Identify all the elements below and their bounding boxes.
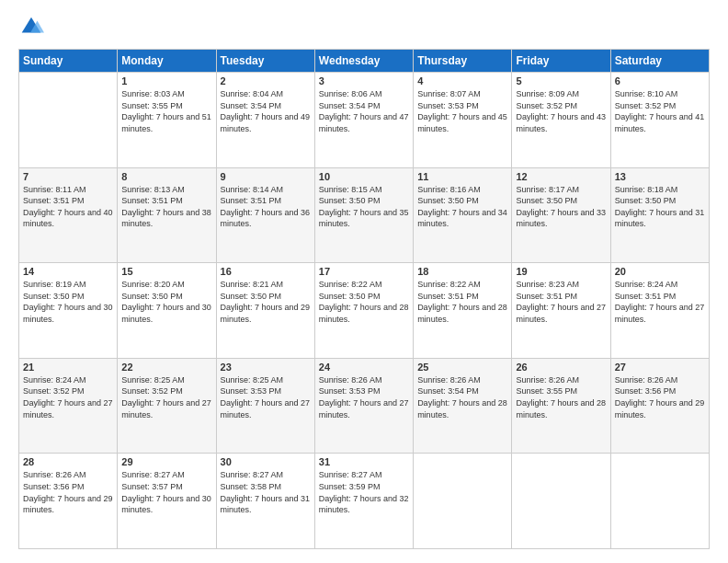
day-info: Sunrise: 8:04 AMSunset: 3:54 PMDaylight:… — [221, 88, 311, 134]
day-cell: 26Sunrise: 8:26 AMSunset: 3:55 PMDayligh… — [512, 358, 610, 454]
day-number: 20 — [615, 266, 705, 277]
day-cell: 2Sunrise: 8:04 AMSunset: 3:54 PMDaylight… — [216, 73, 314, 168]
day-number: 2 — [221, 75, 311, 86]
week-row-2: 14Sunrise: 8:19 AMSunset: 3:50 PMDayligh… — [19, 263, 710, 359]
day-info: Sunrise: 8:09 AMSunset: 3:52 PMDaylight:… — [516, 88, 606, 134]
day-cell: 11Sunrise: 8:16 AMSunset: 3:50 PMDayligh… — [414, 167, 512, 263]
day-info: Sunrise: 8:15 AMSunset: 3:50 PMDaylight:… — [319, 184, 409, 230]
day-info: Sunrise: 8:26 AMSunset: 3:55 PMDaylight:… — [516, 374, 606, 420]
day-number: 10 — [319, 171, 409, 182]
day-number: 7 — [23, 171, 113, 182]
day-cell: 3Sunrise: 8:06 AMSunset: 3:54 PMDaylight… — [314, 73, 413, 168]
day-number: 12 — [516, 171, 606, 182]
week-row-0: 1Sunrise: 8:03 AMSunset: 3:55 PMDaylight… — [19, 73, 710, 168]
day-header-wednesday: Wednesday — [314, 50, 413, 73]
header — [18, 14, 710, 40]
day-number: 4 — [417, 75, 507, 86]
page: SundayMondayTuesdayWednesdayThursdayFrid… — [0, 0, 728, 563]
day-cell: 1Sunrise: 8:03 AMSunset: 3:55 PMDaylight… — [118, 73, 216, 168]
day-info: Sunrise: 8:24 AMSunset: 3:51 PMDaylight:… — [615, 279, 705, 325]
day-number: 15 — [121, 266, 211, 277]
day-info: Sunrise: 8:06 AMSunset: 3:54 PMDaylight:… — [319, 88, 409, 134]
day-cell: 31Sunrise: 8:27 AMSunset: 3:59 PMDayligh… — [314, 454, 413, 549]
logo-icon — [18, 14, 44, 40]
day-cell: 6Sunrise: 8:10 AMSunset: 3:52 PMDaylight… — [610, 73, 709, 168]
day-info: Sunrise: 8:26 AMSunset: 3:54 PMDaylight:… — [417, 374, 507, 420]
day-cell — [19, 73, 118, 168]
week-row-1: 7Sunrise: 8:11 AMSunset: 3:51 PMDaylight… — [19, 167, 710, 263]
day-info: Sunrise: 8:26 AMSunset: 3:53 PMDaylight:… — [319, 374, 409, 420]
calendar-header-row: SundayMondayTuesdayWednesdayThursdayFrid… — [19, 50, 710, 73]
day-cell: 27Sunrise: 8:26 AMSunset: 3:56 PMDayligh… — [610, 358, 709, 454]
day-number: 18 — [417, 266, 507, 277]
day-number: 21 — [23, 362, 113, 373]
day-number: 9 — [221, 171, 311, 182]
day-cell: 18Sunrise: 8:22 AMSunset: 3:51 PMDayligh… — [414, 263, 512, 359]
day-info: Sunrise: 8:22 AMSunset: 3:51 PMDaylight:… — [417, 279, 507, 325]
day-number: 11 — [417, 171, 507, 182]
day-info: Sunrise: 8:10 AMSunset: 3:52 PMDaylight:… — [615, 88, 705, 134]
day-info: Sunrise: 8:27 AMSunset: 3:58 PMDaylight:… — [221, 469, 311, 515]
day-info: Sunrise: 8:22 AMSunset: 3:50 PMDaylight:… — [319, 279, 409, 325]
day-cell: 23Sunrise: 8:25 AMSunset: 3:53 PMDayligh… — [216, 358, 314, 454]
day-cell — [610, 454, 709, 549]
day-number: 13 — [615, 171, 705, 182]
day-info: Sunrise: 8:11 AMSunset: 3:51 PMDaylight:… — [23, 184, 113, 230]
day-cell: 29Sunrise: 8:27 AMSunset: 3:57 PMDayligh… — [118, 454, 216, 549]
day-info: Sunrise: 8:25 AMSunset: 3:52 PMDaylight:… — [121, 374, 211, 420]
day-info: Sunrise: 8:03 AMSunset: 3:55 PMDaylight:… — [121, 88, 211, 134]
day-cell: 19Sunrise: 8:23 AMSunset: 3:51 PMDayligh… — [512, 263, 610, 359]
day-info: Sunrise: 8:20 AMSunset: 3:50 PMDaylight:… — [121, 279, 211, 325]
day-number: 8 — [121, 171, 211, 182]
day-number: 25 — [417, 362, 507, 373]
day-cell: 28Sunrise: 8:26 AMSunset: 3:56 PMDayligh… — [19, 454, 118, 549]
day-cell: 13Sunrise: 8:18 AMSunset: 3:50 PMDayligh… — [610, 167, 709, 263]
day-info: Sunrise: 8:27 AMSunset: 3:59 PMDaylight:… — [319, 469, 409, 515]
day-number: 5 — [516, 75, 606, 86]
day-cell: 21Sunrise: 8:24 AMSunset: 3:52 PMDayligh… — [19, 358, 118, 454]
day-info: Sunrise: 8:24 AMSunset: 3:52 PMDaylight:… — [23, 374, 113, 420]
day-header-tuesday: Tuesday — [216, 50, 314, 73]
day-number: 6 — [615, 75, 705, 86]
day-cell: 4Sunrise: 8:07 AMSunset: 3:53 PMDaylight… — [414, 73, 512, 168]
day-cell: 10Sunrise: 8:15 AMSunset: 3:50 PMDayligh… — [314, 167, 413, 263]
day-number: 22 — [121, 362, 211, 373]
day-number: 30 — [221, 456, 311, 467]
day-cell: 22Sunrise: 8:25 AMSunset: 3:52 PMDayligh… — [118, 358, 216, 454]
day-cell: 20Sunrise: 8:24 AMSunset: 3:51 PMDayligh… — [610, 263, 709, 359]
week-row-4: 28Sunrise: 8:26 AMSunset: 3:56 PMDayligh… — [19, 454, 710, 549]
day-number: 19 — [516, 266, 606, 277]
day-info: Sunrise: 8:26 AMSunset: 3:56 PMDaylight:… — [615, 374, 705, 420]
day-cell: 7Sunrise: 8:11 AMSunset: 3:51 PMDaylight… — [19, 167, 118, 263]
day-info: Sunrise: 8:18 AMSunset: 3:50 PMDaylight:… — [615, 184, 705, 230]
calendar: SundayMondayTuesdayWednesdayThursdayFrid… — [18, 49, 710, 549]
day-cell: 25Sunrise: 8:26 AMSunset: 3:54 PMDayligh… — [414, 358, 512, 454]
day-cell: 16Sunrise: 8:21 AMSunset: 3:50 PMDayligh… — [216, 263, 314, 359]
day-header-monday: Monday — [118, 50, 216, 73]
logo — [18, 14, 48, 40]
day-number: 29 — [121, 456, 211, 467]
day-header-thursday: Thursday — [414, 50, 512, 73]
day-info: Sunrise: 8:16 AMSunset: 3:50 PMDaylight:… — [417, 184, 507, 230]
day-cell: 30Sunrise: 8:27 AMSunset: 3:58 PMDayligh… — [216, 454, 314, 549]
day-cell: 14Sunrise: 8:19 AMSunset: 3:50 PMDayligh… — [19, 263, 118, 359]
day-cell: 12Sunrise: 8:17 AMSunset: 3:50 PMDayligh… — [512, 167, 610, 263]
day-cell: 5Sunrise: 8:09 AMSunset: 3:52 PMDaylight… — [512, 73, 610, 168]
day-number: 14 — [23, 266, 113, 277]
day-info: Sunrise: 8:19 AMSunset: 3:50 PMDaylight:… — [23, 279, 113, 325]
day-cell: 17Sunrise: 8:22 AMSunset: 3:50 PMDayligh… — [314, 263, 413, 359]
day-cell: 24Sunrise: 8:26 AMSunset: 3:53 PMDayligh… — [314, 358, 413, 454]
day-info: Sunrise: 8:13 AMSunset: 3:51 PMDaylight:… — [121, 184, 211, 230]
day-number: 17 — [319, 266, 409, 277]
week-row-3: 21Sunrise: 8:24 AMSunset: 3:52 PMDayligh… — [19, 358, 710, 454]
day-cell: 9Sunrise: 8:14 AMSunset: 3:51 PMDaylight… — [216, 167, 314, 263]
day-info: Sunrise: 8:17 AMSunset: 3:50 PMDaylight:… — [516, 184, 606, 230]
day-info: Sunrise: 8:23 AMSunset: 3:51 PMDaylight:… — [516, 279, 606, 325]
day-number: 28 — [23, 456, 113, 467]
day-number: 23 — [221, 362, 311, 373]
day-header-friday: Friday — [512, 50, 610, 73]
day-cell: 8Sunrise: 8:13 AMSunset: 3:51 PMDaylight… — [118, 167, 216, 263]
day-info: Sunrise: 8:14 AMSunset: 3:51 PMDaylight:… — [221, 184, 311, 230]
day-header-saturday: Saturday — [610, 50, 709, 73]
day-info: Sunrise: 8:21 AMSunset: 3:50 PMDaylight:… — [221, 279, 311, 325]
